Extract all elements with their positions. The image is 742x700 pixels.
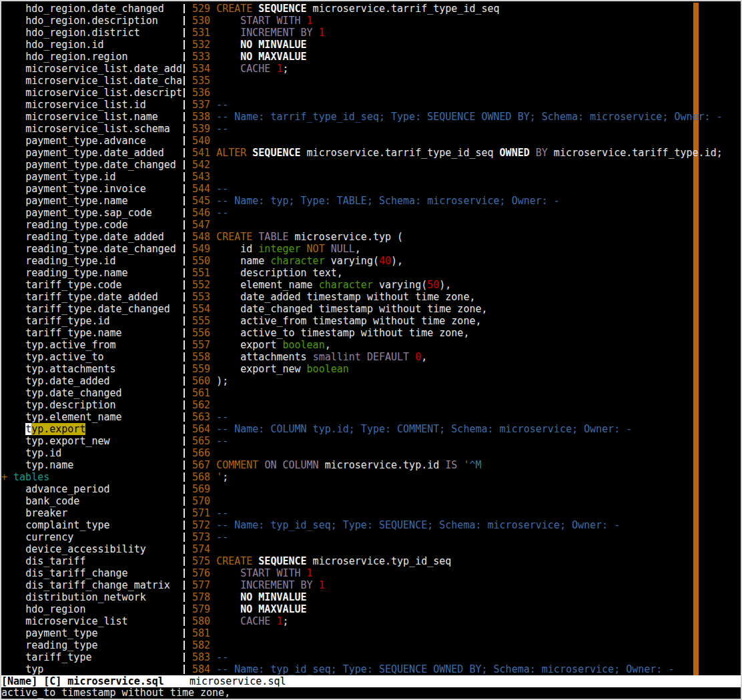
code-line[interactable]: 562: [190, 399, 741, 411]
tag-item[interactable]: payment_type.id: [1, 171, 182, 183]
tag-item[interactable]: typ.name: [1, 459, 182, 471]
code-line[interactable]: 542: [190, 159, 741, 171]
code-line[interactable]: 545 -- Name: typ; Type: TABLE; Schema: m…: [190, 195, 741, 207]
tag-item[interactable]: typ.export_new: [1, 435, 182, 447]
code-line[interactable]: 546 --: [190, 207, 741, 219]
code-line[interactable]: 564 -- Name: COLUMN typ.id; Type: COMMEN…: [190, 423, 741, 435]
code-line[interactable]: 535: [190, 75, 741, 87]
tag-item[interactable]: payment_type: [1, 627, 182, 639]
tag-item[interactable]: hdo_region.district: [1, 27, 182, 39]
tag-item[interactable]: device_accessibility: [1, 543, 182, 555]
tag-item[interactable]: breaker: [1, 507, 182, 519]
code-line[interactable]: 571 --: [190, 507, 741, 519]
tag-item[interactable]: typ: [1, 663, 182, 675]
tag-item[interactable]: tariff_type.name: [1, 327, 182, 339]
code-line[interactable]: 573 --: [190, 531, 741, 543]
code-line[interactable]: 547: [190, 219, 741, 231]
code-line[interactable]: 554 date_changed timestamp without time …: [190, 303, 741, 315]
code-line[interactable]: 570: [190, 495, 741, 507]
tag-item[interactable]: bank_code: [1, 495, 182, 507]
code-line[interactable]: 540: [190, 135, 741, 147]
code-line[interactable]: 568 ';: [190, 471, 741, 483]
tag-item[interactable]: reading_type.date_changed: [1, 243, 182, 255]
code-line[interactable]: 574: [190, 543, 741, 555]
code-line[interactable]: 531 INCREMENT BY 1: [190, 27, 741, 39]
window-split-separator[interactable]: [182, 3, 190, 675]
tag-item[interactable]: typ.id: [1, 447, 182, 459]
sidebar-section-tables[interactable]: + tables: [1, 471, 182, 483]
code-line[interactable]: 553 date_added timestamp without time zo…: [190, 291, 741, 303]
tagbar-sidebar[interactable]: hdo_region.date_changed hdo_region.descr…: [1, 3, 182, 675]
tag-item[interactable]: hdo_region.id: [1, 39, 182, 51]
tag-item[interactable]: dis_tariff: [1, 555, 182, 567]
tag-item[interactable]: payment_type.advance: [1, 135, 182, 147]
tag-item[interactable]: microservice_list: [1, 615, 182, 627]
tag-item[interactable]: typ.active_from: [1, 339, 182, 351]
code-line[interactable]: 530 START WITH 1: [190, 15, 741, 27]
code-line[interactable]: 580 CACHE 1;: [190, 615, 741, 627]
tag-item[interactable]: tariff_type.id: [1, 315, 182, 327]
code-line[interactable]: 565 --: [190, 435, 741, 447]
tag-item[interactable]: tariff_type.date_added: [1, 291, 182, 303]
tag-item[interactable]: tariff_type: [1, 651, 182, 663]
tag-item-selected[interactable]: typ.export: [1, 423, 182, 435]
code-line[interactable]: 550 name character varying(40),: [190, 255, 741, 267]
tag-item[interactable]: reading_type.code: [1, 219, 182, 231]
code-line[interactable]: 532 NO MINVALUE: [190, 39, 741, 51]
tag-item[interactable]: typ.date_changed: [1, 387, 182, 399]
code-line[interactable]: 557 export boolean,: [190, 339, 741, 351]
editor-pane[interactable]: 529 CREATE SEQUENCE microservice.tarrif_…: [190, 3, 741, 675]
code-line[interactable]: 541 ALTER SEQUENCE microservice.tarrif_t…: [190, 147, 741, 159]
tag-item[interactable]: typ.date_added: [1, 375, 182, 387]
tag-item[interactable]: payment_type.date_changed: [1, 159, 182, 171]
code-line[interactable]: 556 active_to timestamp without time zon…: [190, 327, 741, 339]
code-line[interactable]: 548 CREATE TABLE microservice.typ (: [190, 231, 741, 243]
code-line[interactable]: 561: [190, 387, 741, 399]
tag-item[interactable]: advance_period: [1, 483, 182, 495]
code-line[interactable]: 537 --: [190, 99, 741, 111]
tag-item[interactable]: microservice_list.name: [1, 111, 182, 123]
tag-item[interactable]: reading_type.date_added: [1, 231, 182, 243]
code-line[interactable]: 575 CREATE SEQUENCE microservice.typ_id_…: [190, 555, 741, 567]
code-line[interactable]: 572 -- Name: typ_id_seq; Type: SEQUENCE;…: [190, 519, 741, 531]
code-line[interactable]: 577 INCREMENT BY 1: [190, 579, 741, 591]
tag-item[interactable]: tariff_type.date_changed: [1, 303, 182, 315]
code-line[interactable]: 538 -- Name: tarrif_type_id_seq; Type: S…: [190, 111, 741, 123]
tag-item[interactable]: microservice_list.date_add: [1, 63, 182, 75]
code-line[interactable]: 544 --: [190, 183, 741, 195]
tag-item[interactable]: hdo_region.region: [1, 51, 182, 63]
tag-item[interactable]: distribution_network: [1, 591, 182, 603]
code-line[interactable]: 559 export_new boolean: [190, 363, 741, 375]
tag-item[interactable]: reading_type: [1, 639, 182, 651]
code-line[interactable]: 533 NO MAXVALUE: [190, 51, 741, 63]
code-line[interactable]: 551 description text,: [190, 267, 741, 279]
tag-item[interactable]: reading_type.id: [1, 255, 182, 267]
code-line[interactable]: 576 START WITH 1: [190, 567, 741, 579]
tag-item[interactable]: typ.active_to: [1, 351, 182, 363]
tag-item[interactable]: dis_tariff_change_matrix: [1, 579, 182, 591]
code-line[interactable]: 566: [190, 447, 741, 459]
tag-item[interactable]: microservice_list.descript: [1, 87, 182, 99]
code-line[interactable]: 555 active_from timestamp without time z…: [190, 315, 741, 327]
tag-item[interactable]: complaint_type: [1, 519, 182, 531]
tag-item[interactable]: payment_type.invoice: [1, 183, 182, 195]
code-line[interactable]: 581: [190, 627, 741, 639]
code-line[interactable]: 558 attachments smallint DEFAULT 0,: [190, 351, 741, 363]
tag-item[interactable]: typ.attachments: [1, 363, 182, 375]
tag-item[interactable]: microservice_list.id: [1, 99, 182, 111]
code-line[interactable]: 578 NO MINVALUE: [190, 591, 741, 603]
tag-item[interactable]: dis_tariff_change: [1, 567, 182, 579]
tag-item[interactable]: microservice_list.schema: [1, 123, 182, 135]
tag-item[interactable]: payment_type.name: [1, 195, 182, 207]
tag-item[interactable]: typ.description: [1, 399, 182, 411]
code-line[interactable]: 552 element_name character varying(50),: [190, 279, 741, 291]
tag-item[interactable]: tariff_type.code: [1, 279, 182, 291]
code-line[interactable]: 534 CACHE 1;: [190, 63, 741, 75]
code-line[interactable]: 539 --: [190, 123, 741, 135]
tag-item[interactable]: currency: [1, 531, 182, 543]
code-line[interactable]: 536: [190, 87, 741, 99]
code-line[interactable]: 549 id integer NOT NULL,: [190, 243, 741, 255]
code-line[interactable]: 543: [190, 171, 741, 183]
code-line[interactable]: 569: [190, 483, 741, 495]
tag-item[interactable]: hdo_region.description: [1, 15, 182, 27]
